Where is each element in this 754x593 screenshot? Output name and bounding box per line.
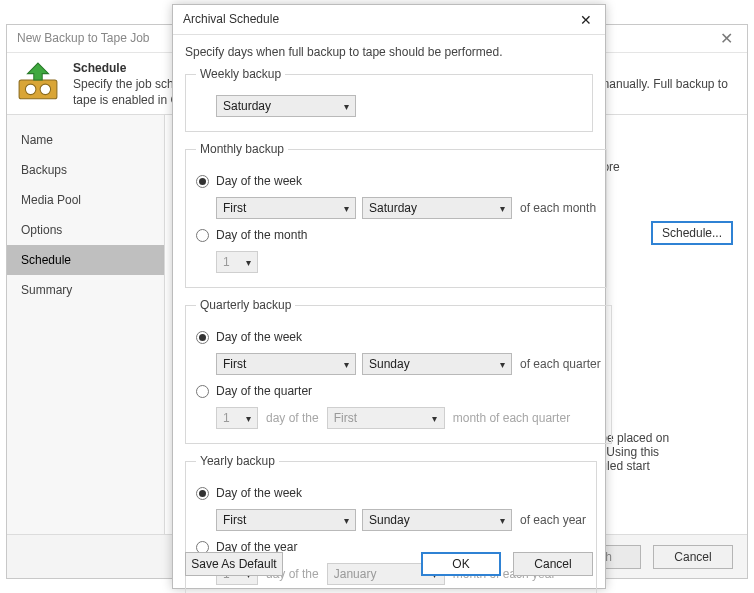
chevron-down-icon: ▾: [337, 359, 355, 370]
nav-item-backups[interactable]: Backups: [7, 155, 164, 185]
close-icon[interactable]: ✕: [711, 28, 741, 50]
quarterly-doq-tail: month of each quarter: [453, 411, 570, 425]
quarterly-day-combo[interactable]: Sunday ▾: [362, 353, 512, 375]
quarterly-backup-group: Quarterly backup Day of the week First ▾…: [185, 298, 612, 444]
quarterly-doq-mid: day of the: [266, 411, 319, 425]
quarterly-dow-radio[interactable]: [196, 331, 209, 344]
nav-item-schedule[interactable]: Schedule: [7, 245, 164, 275]
quarterly-dow-label: Day of the week: [216, 330, 302, 344]
monthly-legend: Monthly backup: [196, 142, 288, 156]
monthly-ordinal-combo[interactable]: First ▾: [216, 197, 356, 219]
quarterly-day-value: Sunday: [363, 357, 493, 371]
dialog-title-text: Archival Schedule: [183, 12, 279, 26]
weekly-day-combo[interactable]: Saturday ▾: [216, 95, 356, 117]
archival-schedule-dialog: Archival Schedule ✕ Specify days when fu…: [172, 4, 606, 589]
monthly-dow-tail: of each month: [520, 201, 596, 215]
quarterly-legend: Quarterly backup: [196, 298, 295, 312]
chevron-down-icon: ▾: [239, 257, 257, 268]
nav-item-options[interactable]: Options: [7, 215, 164, 245]
monthly-ordinal-value: First: [217, 201, 337, 215]
quarterly-dow-tail: of each quarter: [520, 357, 601, 371]
chevron-down-icon: ▾: [493, 515, 511, 526]
svg-point-2: [40, 84, 51, 95]
quarterly-doq-day-value: 1: [217, 411, 239, 425]
cancel-button[interactable]: Cancel: [653, 545, 733, 569]
chevron-down-icon: ▾: [493, 359, 511, 370]
dialog-description: Specify days when full backup to tape sh…: [185, 45, 593, 59]
monthly-day-value: Saturday: [363, 201, 493, 215]
schedule-icon: [17, 61, 59, 103]
yearly-ordinal-combo[interactable]: First ▾: [216, 509, 356, 531]
svg-rect-0: [19, 80, 57, 99]
wizard-nav: Name Backups Media Pool Options Schedule…: [7, 115, 165, 534]
yearly-day-combo[interactable]: Sunday ▾: [362, 509, 512, 531]
quarterly-doq-label: Day of the quarter: [216, 384, 312, 398]
yearly-legend: Yearly backup: [196, 454, 279, 468]
monthly-backup-group: Monthly backup Day of the week First ▾ S…: [185, 142, 607, 288]
cancel-button[interactable]: Cancel: [513, 552, 593, 576]
chevron-down-icon: ▾: [337, 203, 355, 214]
quarterly-ordinal-value: First: [217, 357, 337, 371]
yearly-dow-radio[interactable]: [196, 487, 209, 500]
chevron-down-icon: ▾: [337, 515, 355, 526]
yearly-day-value: Sunday: [363, 513, 493, 527]
yearly-ordinal-value: First: [217, 513, 337, 527]
weekly-backup-group: Weekly backup Saturday ▾: [185, 67, 593, 132]
yearly-dow-tail: of each year: [520, 513, 586, 527]
monthly-dow-label: Day of the week: [216, 174, 302, 188]
dialog-button-bar: Save As Default OK Cancel: [185, 552, 593, 578]
monthly-day-combo[interactable]: Saturday ▾: [362, 197, 512, 219]
monthly-dom-label: Day of the month: [216, 228, 307, 242]
close-icon[interactable]: ✕: [571, 9, 601, 31]
quarterly-doq-day-combo[interactable]: 1 ▾: [216, 407, 258, 429]
schedule-button[interactable]: Schedule...: [651, 221, 733, 245]
chevron-down-icon: ▾: [239, 413, 257, 424]
chevron-down-icon: ▾: [493, 203, 511, 214]
nav-item-name[interactable]: Name: [7, 125, 164, 155]
quarterly-doq-month-value: First: [328, 411, 426, 425]
monthly-dom-value: 1: [217, 255, 239, 269]
monthly-dom-radio[interactable]: [196, 229, 209, 242]
quarterly-doq-radio[interactable]: [196, 385, 209, 398]
quarterly-ordinal-combo[interactable]: First ▾: [216, 353, 356, 375]
chevron-down-icon: ▾: [337, 101, 355, 112]
quarterly-doq-month-combo[interactable]: First ▾: [327, 407, 445, 429]
dialog-titlebar: Archival Schedule ✕: [173, 5, 605, 35]
wizard-title-text: New Backup to Tape Job: [17, 31, 150, 45]
monthly-dom-combo[interactable]: 1 ▾: [216, 251, 258, 273]
chevron-down-icon: ▾: [426, 413, 444, 424]
monthly-dow-radio[interactable]: [196, 175, 209, 188]
nav-item-media-pool[interactable]: Media Pool: [7, 185, 164, 215]
save-as-default-button[interactable]: Save As Default: [185, 552, 283, 576]
ok-button[interactable]: OK: [421, 552, 501, 576]
svg-point-1: [25, 84, 36, 95]
yearly-dow-label: Day of the week: [216, 486, 302, 500]
weekly-legend: Weekly backup: [196, 67, 285, 81]
weekly-day-value: Saturday: [217, 99, 337, 113]
nav-item-summary[interactable]: Summary: [7, 275, 164, 305]
